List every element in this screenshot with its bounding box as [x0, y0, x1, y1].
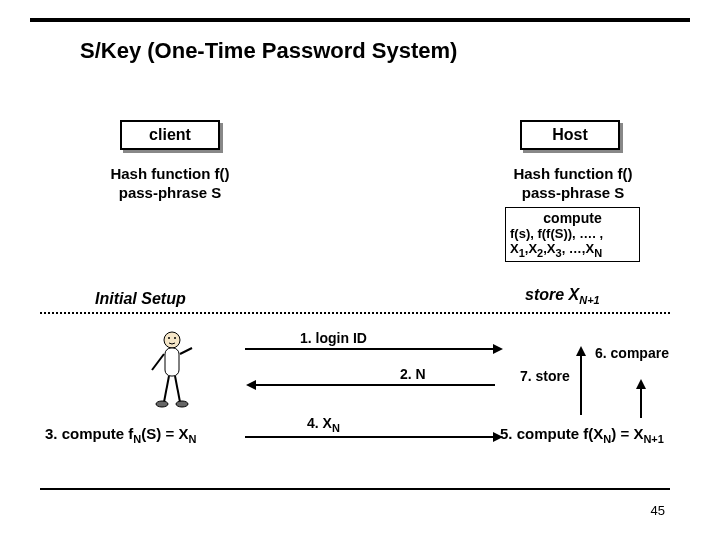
- svg-line-4: [152, 354, 164, 370]
- step2-label: 2. N: [400, 366, 426, 382]
- client-hash-line1: Hash function f(): [110, 165, 229, 182]
- svg-point-9: [176, 401, 188, 407]
- svg-line-7: [175, 376, 180, 402]
- client-hash-text: Hash function f() pass-phrase S: [95, 165, 245, 203]
- compute-box: compute f(s), f(f(S)), …. , X1,X2,X3, …,…: [505, 207, 640, 262]
- arrow-compare: [580, 355, 582, 415]
- bottom-border: [40, 488, 670, 490]
- host-hash-line2: pass-phrase S: [522, 184, 625, 201]
- svg-point-1: [168, 337, 170, 339]
- client-box: client: [120, 120, 220, 150]
- host-box: Host: [520, 120, 620, 150]
- initial-setup-label: Initial Setup: [95, 290, 186, 308]
- host-hash-text: Hash function f() pass-phrase S: [498, 165, 648, 203]
- top-border: [30, 18, 690, 22]
- client-hash-line2: pass-phrase S: [119, 184, 222, 201]
- svg-rect-3: [165, 348, 179, 376]
- arrow-login-head: [493, 344, 503, 354]
- svg-line-5: [180, 348, 192, 354]
- step5-label: 5. compute f(XN) = XN+1: [500, 425, 664, 445]
- compute-line2: f(s), f(f(S)), …. ,: [510, 226, 635, 241]
- step3-label: 3. compute fN(S) = XN: [45, 425, 196, 445]
- compute-line3: X1,X2,X3, …,XN: [510, 241, 635, 259]
- arrow-n: [255, 384, 495, 386]
- slide-title: S/Key (One-Time Password System): [80, 38, 457, 64]
- svg-line-6: [164, 376, 169, 402]
- arrow-store-head: [636, 379, 646, 389]
- step4-label: 4. XN: [307, 415, 340, 434]
- arrow-n-head: [246, 380, 256, 390]
- arrow-login: [245, 348, 495, 350]
- arrow-xn: [245, 436, 495, 438]
- person-icon: [150, 330, 200, 410]
- store-label: store XN+1: [525, 286, 600, 306]
- svg-point-8: [156, 401, 168, 407]
- step6-label: 6. compare: [595, 345, 669, 361]
- compute-line1: compute: [510, 210, 635, 226]
- svg-point-2: [174, 337, 176, 339]
- arrow-compare-head: [576, 346, 586, 356]
- svg-point-0: [164, 332, 180, 348]
- dashed-divider: [40, 312, 670, 314]
- arrow-store: [640, 388, 642, 418]
- step7-label: 7. store: [520, 368, 570, 384]
- page-number: 45: [651, 503, 665, 518]
- host-hash-line1: Hash function f(): [513, 165, 632, 182]
- step1-label: 1. login ID: [300, 330, 367, 346]
